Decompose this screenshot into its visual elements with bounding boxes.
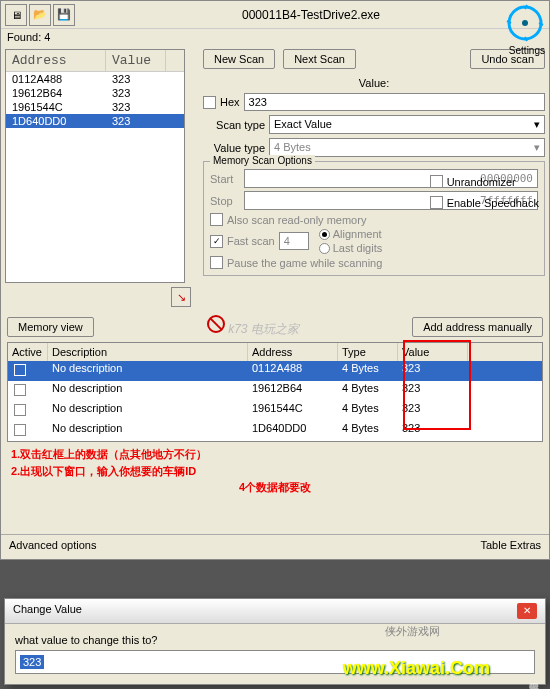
found-count: Found: 4 [1, 29, 549, 45]
open-process-button[interactable]: 🖥 [5, 4, 27, 26]
settings-link[interactable]: Settings [509, 45, 545, 56]
hex-checkbox[interactable] [203, 96, 216, 109]
last-digits-radio[interactable] [319, 243, 330, 254]
close-button[interactable]: ✕ [517, 603, 537, 619]
dialog-prompt: what value to change this to? [15, 634, 535, 646]
arrow-down-right-icon: ↘ [177, 291, 186, 304]
readonly-checkbox[interactable] [210, 213, 223, 226]
watermark-site: 侠外游戏网 [385, 624, 440, 639]
floppy-disk-icon: 💾 [57, 8, 71, 21]
cheat-engine-logo[interactable] [505, 3, 545, 45]
memory-view-button[interactable]: Memory view [7, 317, 94, 337]
chevron-down-icon: ▾ [534, 118, 540, 131]
unrandomizer-checkbox[interactable] [430, 175, 443, 188]
cheat-engine-window: 🖥 📂 💾 000011B4-TestDrive2.exe Settings F… [0, 0, 550, 560]
computer-icon: 🖥 [11, 9, 22, 21]
add-to-list-button[interactable]: ↘ [171, 287, 191, 307]
pause-game-checkbox[interactable] [210, 256, 223, 269]
watermark-text: k73 电玩之家 [228, 322, 299, 336]
fast-scan-value-input[interactable] [279, 232, 309, 250]
pause-game-label: Pause the game while scanning [227, 257, 382, 269]
col-active[interactable]: Active [8, 343, 48, 361]
col-value[interactable]: Value [398, 343, 468, 361]
col-description[interactable]: Description [48, 343, 248, 361]
speedhack-checkbox[interactable] [430, 196, 443, 209]
cheat-table[interactable]: Active Description Address Type Value No… [7, 342, 543, 442]
advanced-options-link[interactable]: Advanced options [9, 539, 96, 551]
address-row[interactable]: 0112A488323 [6, 72, 184, 86]
alignment-radio[interactable] [319, 229, 330, 240]
add-address-manually-button[interactable]: Add address manually [412, 317, 543, 337]
table-row[interactable]: No description0112A4884 Bytes323 [8, 361, 542, 381]
address-row[interactable]: 1D640DD0323 [6, 114, 184, 128]
address-row[interactable]: 1961544C323 [6, 100, 184, 114]
fast-scan-label: Fast scan [227, 235, 275, 247]
open-file-button[interactable]: 📂 [29, 4, 51, 26]
col-type[interactable]: Type [338, 343, 398, 361]
found-address-list[interactable]: Address Value 0112A488323 19612B64323 19… [5, 49, 185, 283]
watermark-url: www.Xiawai.Com [343, 658, 490, 679]
value-label: Value: [203, 77, 545, 89]
next-scan-button[interactable]: Next Scan [283, 49, 356, 69]
stop-icon[interactable] [207, 315, 225, 333]
hex-label: Hex [220, 96, 240, 108]
table-extras-link[interactable]: Table Extras [480, 539, 541, 551]
folder-open-icon: 📂 [33, 8, 47, 21]
active-checkbox[interactable] [14, 364, 26, 376]
process-name: 000011B4-TestDrive2.exe [77, 8, 545, 22]
scan-type-select[interactable]: Exact Value ▾ [269, 115, 545, 134]
dialog-title: Change Value [13, 603, 82, 619]
stop-label: Stop [210, 195, 240, 207]
active-checkbox[interactable] [14, 404, 26, 416]
value-input[interactable] [244, 93, 545, 111]
toolbar: 🖥 📂 💾 000011B4-TestDrive2.exe [1, 1, 549, 29]
annotation-text: 1.双击红框上的数据（点其他地方不行） 2.出现以下窗口，输入你想要的车辆ID … [1, 442, 549, 500]
value-type-label: Value type [203, 142, 265, 154]
svg-point-1 [522, 20, 528, 26]
address-row[interactable]: 19612B64323 [6, 86, 184, 100]
readonly-label: Also scan read-only memory [227, 214, 366, 226]
fast-scan-checkbox[interactable]: ✓ [210, 235, 223, 248]
col-address[interactable]: Address [248, 343, 338, 361]
start-label: Start [210, 173, 240, 185]
active-checkbox[interactable] [14, 384, 26, 396]
column-address[interactable]: Address [6, 50, 106, 71]
save-button[interactable]: 💾 [53, 4, 75, 26]
table-row[interactable]: No description19612B644 Bytes323 [8, 381, 542, 401]
table-row[interactable]: No description1D640DD04 Bytes323 [8, 421, 542, 441]
new-scan-button[interactable]: New Scan [203, 49, 275, 69]
table-row[interactable]: No description1961544C4 Bytes323 [8, 401, 542, 421]
active-checkbox[interactable] [14, 424, 26, 436]
chevron-down-icon: ▾ [534, 141, 540, 154]
column-value[interactable]: Value [106, 50, 166, 71]
scan-type-label: Scan type [203, 119, 265, 131]
